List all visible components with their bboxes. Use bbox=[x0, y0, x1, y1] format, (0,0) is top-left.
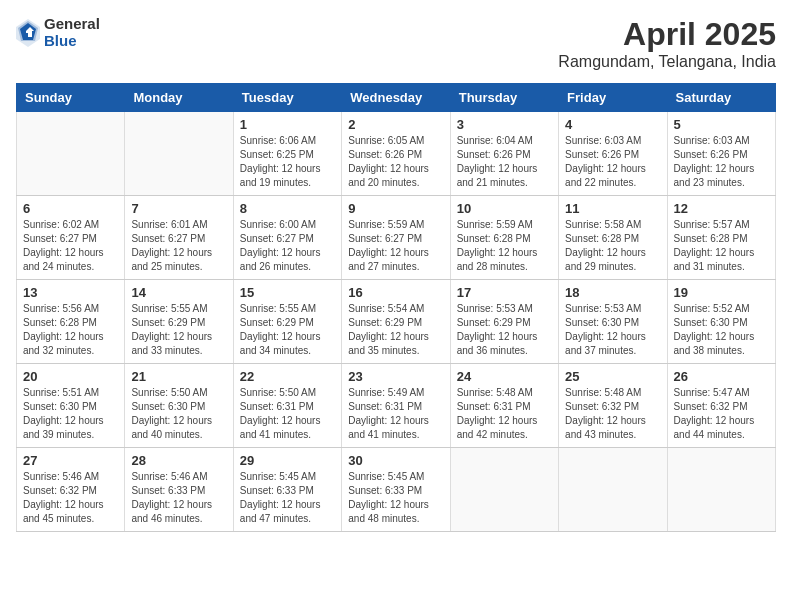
day-info: Sunrise: 5:59 AMSunset: 6:27 PMDaylight:… bbox=[348, 218, 443, 274]
calendar-table: SundayMondayTuesdayWednesdayThursdayFrid… bbox=[16, 83, 776, 532]
day-number: 21 bbox=[131, 369, 226, 384]
weekday-header-thursday: Thursday bbox=[450, 84, 558, 112]
calendar-cell bbox=[559, 448, 667, 532]
day-info: Sunrise: 5:59 AMSunset: 6:28 PMDaylight:… bbox=[457, 218, 552, 274]
calendar-cell: 3Sunrise: 6:04 AMSunset: 6:26 PMDaylight… bbox=[450, 112, 558, 196]
day-info: Sunrise: 5:45 AMSunset: 6:33 PMDaylight:… bbox=[348, 470, 443, 526]
weekday-header-saturday: Saturday bbox=[667, 84, 775, 112]
calendar-cell: 25Sunrise: 5:48 AMSunset: 6:32 PMDayligh… bbox=[559, 364, 667, 448]
day-info: Sunrise: 6:06 AMSunset: 6:25 PMDaylight:… bbox=[240, 134, 335, 190]
calendar-cell: 24Sunrise: 5:48 AMSunset: 6:31 PMDayligh… bbox=[450, 364, 558, 448]
day-number: 4 bbox=[565, 117, 660, 132]
calendar-cell: 19Sunrise: 5:52 AMSunset: 6:30 PMDayligh… bbox=[667, 280, 775, 364]
weekday-header-sunday: Sunday bbox=[17, 84, 125, 112]
day-info: Sunrise: 6:04 AMSunset: 6:26 PMDaylight:… bbox=[457, 134, 552, 190]
calendar-cell: 10Sunrise: 5:59 AMSunset: 6:28 PMDayligh… bbox=[450, 196, 558, 280]
day-info: Sunrise: 5:53 AMSunset: 6:29 PMDaylight:… bbox=[457, 302, 552, 358]
day-number: 9 bbox=[348, 201, 443, 216]
day-number: 8 bbox=[240, 201, 335, 216]
day-info: Sunrise: 5:51 AMSunset: 6:30 PMDaylight:… bbox=[23, 386, 118, 442]
title-block: April 2025 Ramgundam, Telangana, India bbox=[558, 16, 776, 71]
calendar-cell: 2Sunrise: 6:05 AMSunset: 6:26 PMDaylight… bbox=[342, 112, 450, 196]
day-info: Sunrise: 5:57 AMSunset: 6:28 PMDaylight:… bbox=[674, 218, 769, 274]
calendar-header-row: SundayMondayTuesdayWednesdayThursdayFrid… bbox=[17, 84, 776, 112]
day-info: Sunrise: 6:05 AMSunset: 6:26 PMDaylight:… bbox=[348, 134, 443, 190]
calendar-cell: 21Sunrise: 5:50 AMSunset: 6:30 PMDayligh… bbox=[125, 364, 233, 448]
weekday-header-monday: Monday bbox=[125, 84, 233, 112]
month-year-title: April 2025 bbox=[558, 16, 776, 53]
day-number: 3 bbox=[457, 117, 552, 132]
day-number: 14 bbox=[131, 285, 226, 300]
logo-general: General bbox=[44, 16, 100, 33]
day-info: Sunrise: 5:53 AMSunset: 6:30 PMDaylight:… bbox=[565, 302, 660, 358]
day-info: Sunrise: 5:48 AMSunset: 6:31 PMDaylight:… bbox=[457, 386, 552, 442]
calendar-cell: 30Sunrise: 5:45 AMSunset: 6:33 PMDayligh… bbox=[342, 448, 450, 532]
day-number: 29 bbox=[240, 453, 335, 468]
calendar-cell: 13Sunrise: 5:56 AMSunset: 6:28 PMDayligh… bbox=[17, 280, 125, 364]
calendar-cell: 29Sunrise: 5:45 AMSunset: 6:33 PMDayligh… bbox=[233, 448, 341, 532]
calendar-cell: 23Sunrise: 5:49 AMSunset: 6:31 PMDayligh… bbox=[342, 364, 450, 448]
calendar-cell: 16Sunrise: 5:54 AMSunset: 6:29 PMDayligh… bbox=[342, 280, 450, 364]
day-info: Sunrise: 6:00 AMSunset: 6:27 PMDaylight:… bbox=[240, 218, 335, 274]
day-number: 30 bbox=[348, 453, 443, 468]
day-number: 16 bbox=[348, 285, 443, 300]
day-number: 7 bbox=[131, 201, 226, 216]
logo: General Blue bbox=[16, 16, 100, 49]
day-number: 25 bbox=[565, 369, 660, 384]
day-number: 19 bbox=[674, 285, 769, 300]
day-number: 28 bbox=[131, 453, 226, 468]
day-info: Sunrise: 5:55 AMSunset: 6:29 PMDaylight:… bbox=[240, 302, 335, 358]
week-row-2: 6Sunrise: 6:02 AMSunset: 6:27 PMDaylight… bbox=[17, 196, 776, 280]
day-number: 17 bbox=[457, 285, 552, 300]
calendar-cell bbox=[450, 448, 558, 532]
day-info: Sunrise: 5:52 AMSunset: 6:30 PMDaylight:… bbox=[674, 302, 769, 358]
day-info: Sunrise: 5:46 AMSunset: 6:33 PMDaylight:… bbox=[131, 470, 226, 526]
day-number: 13 bbox=[23, 285, 118, 300]
day-info: Sunrise: 5:49 AMSunset: 6:31 PMDaylight:… bbox=[348, 386, 443, 442]
day-info: Sunrise: 5:56 AMSunset: 6:28 PMDaylight:… bbox=[23, 302, 118, 358]
day-info: Sunrise: 5:55 AMSunset: 6:29 PMDaylight:… bbox=[131, 302, 226, 358]
calendar-cell: 20Sunrise: 5:51 AMSunset: 6:30 PMDayligh… bbox=[17, 364, 125, 448]
day-info: Sunrise: 5:48 AMSunset: 6:32 PMDaylight:… bbox=[565, 386, 660, 442]
day-number: 6 bbox=[23, 201, 118, 216]
calendar-cell: 7Sunrise: 6:01 AMSunset: 6:27 PMDaylight… bbox=[125, 196, 233, 280]
day-info: Sunrise: 6:01 AMSunset: 6:27 PMDaylight:… bbox=[131, 218, 226, 274]
day-number: 22 bbox=[240, 369, 335, 384]
day-info: Sunrise: 5:58 AMSunset: 6:28 PMDaylight:… bbox=[565, 218, 660, 274]
week-row-4: 20Sunrise: 5:51 AMSunset: 6:30 PMDayligh… bbox=[17, 364, 776, 448]
day-number: 15 bbox=[240, 285, 335, 300]
day-number: 5 bbox=[674, 117, 769, 132]
day-info: Sunrise: 5:50 AMSunset: 6:31 PMDaylight:… bbox=[240, 386, 335, 442]
calendar-cell: 1Sunrise: 6:06 AMSunset: 6:25 PMDaylight… bbox=[233, 112, 341, 196]
day-info: Sunrise: 5:54 AMSunset: 6:29 PMDaylight:… bbox=[348, 302, 443, 358]
day-number: 18 bbox=[565, 285, 660, 300]
calendar-cell: 8Sunrise: 6:00 AMSunset: 6:27 PMDaylight… bbox=[233, 196, 341, 280]
day-info: Sunrise: 5:46 AMSunset: 6:32 PMDaylight:… bbox=[23, 470, 118, 526]
week-row-1: 1Sunrise: 6:06 AMSunset: 6:25 PMDaylight… bbox=[17, 112, 776, 196]
day-number: 11 bbox=[565, 201, 660, 216]
calendar-cell: 9Sunrise: 5:59 AMSunset: 6:27 PMDaylight… bbox=[342, 196, 450, 280]
page-header: General Blue April 2025 Ramgundam, Telan… bbox=[16, 16, 776, 71]
logo-blue: Blue bbox=[44, 33, 100, 50]
weekday-header-tuesday: Tuesday bbox=[233, 84, 341, 112]
calendar-cell bbox=[125, 112, 233, 196]
calendar-cell: 26Sunrise: 5:47 AMSunset: 6:32 PMDayligh… bbox=[667, 364, 775, 448]
day-number: 26 bbox=[674, 369, 769, 384]
calendar-cell: 18Sunrise: 5:53 AMSunset: 6:30 PMDayligh… bbox=[559, 280, 667, 364]
calendar-cell: 17Sunrise: 5:53 AMSunset: 6:29 PMDayligh… bbox=[450, 280, 558, 364]
calendar-cell: 6Sunrise: 6:02 AMSunset: 6:27 PMDaylight… bbox=[17, 196, 125, 280]
calendar-cell: 12Sunrise: 5:57 AMSunset: 6:28 PMDayligh… bbox=[667, 196, 775, 280]
calendar-cell: 14Sunrise: 5:55 AMSunset: 6:29 PMDayligh… bbox=[125, 280, 233, 364]
weekday-header-wednesday: Wednesday bbox=[342, 84, 450, 112]
location-subtitle: Ramgundam, Telangana, India bbox=[558, 53, 776, 71]
calendar-cell bbox=[667, 448, 775, 532]
logo-text: General Blue bbox=[44, 16, 100, 49]
calendar-cell: 15Sunrise: 5:55 AMSunset: 6:29 PMDayligh… bbox=[233, 280, 341, 364]
day-info: Sunrise: 6:02 AMSunset: 6:27 PMDaylight:… bbox=[23, 218, 118, 274]
calendar-cell: 11Sunrise: 5:58 AMSunset: 6:28 PMDayligh… bbox=[559, 196, 667, 280]
logo-icon bbox=[16, 19, 40, 47]
week-row-5: 27Sunrise: 5:46 AMSunset: 6:32 PMDayligh… bbox=[17, 448, 776, 532]
day-info: Sunrise: 5:50 AMSunset: 6:30 PMDaylight:… bbox=[131, 386, 226, 442]
day-number: 10 bbox=[457, 201, 552, 216]
weekday-header-friday: Friday bbox=[559, 84, 667, 112]
